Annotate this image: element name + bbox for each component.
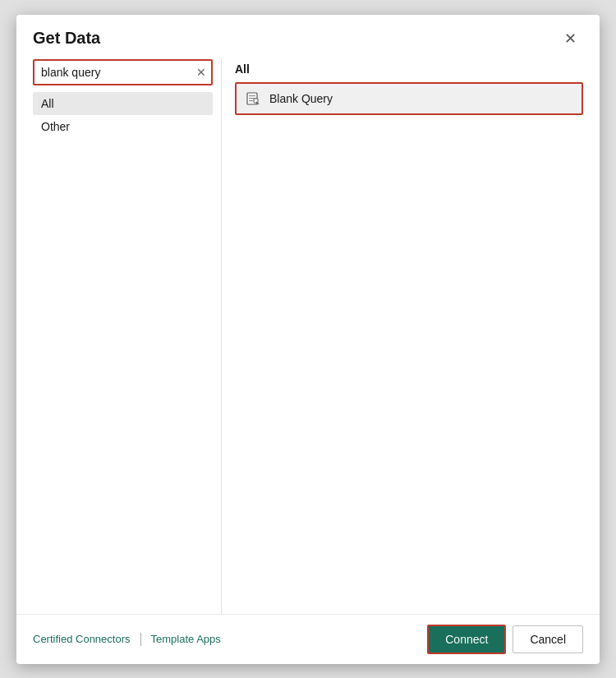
search-input[interactable] xyxy=(33,59,213,85)
close-button[interactable]: ✕ xyxy=(558,28,583,49)
svg-rect-4 xyxy=(254,99,258,103)
search-clear-button[interactable]: ✕ xyxy=(195,65,208,80)
search-container: ✕ xyxy=(33,59,213,85)
connect-button[interactable]: Connect xyxy=(427,625,506,654)
result-label-blank-query: Blank Query xyxy=(269,92,333,105)
certified-connectors-link[interactable]: Certified Connectors xyxy=(33,633,131,645)
footer-buttons: Connect Cancel xyxy=(427,625,583,654)
svg-rect-1 xyxy=(249,95,255,96)
svg-rect-3 xyxy=(249,100,253,101)
category-list: All Other xyxy=(33,92,213,138)
query-icon xyxy=(245,90,261,107)
category-item-other[interactable]: Other xyxy=(33,115,213,138)
result-item-blank-query[interactable]: Blank Query xyxy=(235,82,583,115)
footer-links: Certified Connectors Template Apps xyxy=(33,633,221,646)
dialog-footer: Certified Connectors Template Apps Conne… xyxy=(16,614,600,664)
template-apps-link[interactable]: Template Apps xyxy=(151,633,221,645)
get-data-dialog: Get Data ✕ ✕ All Other All xyxy=(16,15,600,664)
dialog-title: Get Data xyxy=(33,29,100,48)
results-header: All xyxy=(235,62,583,76)
cancel-button[interactable]: Cancel xyxy=(513,625,583,653)
dialog-body: ✕ All Other All xyxy=(16,59,600,614)
right-panel: All Blank Query xyxy=(222,59,583,614)
results-list: Blank Query xyxy=(235,82,583,117)
dialog-header: Get Data ✕ xyxy=(16,15,600,59)
category-item-all[interactable]: All xyxy=(33,92,213,115)
left-panel: ✕ All Other xyxy=(33,59,222,614)
footer-divider xyxy=(140,633,141,646)
